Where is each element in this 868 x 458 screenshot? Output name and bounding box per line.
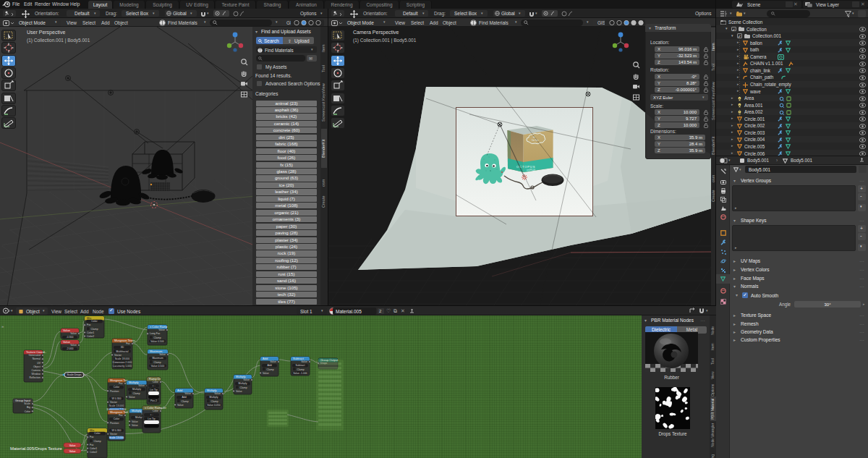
svg-text:Clamp: Clamp — [133, 392, 140, 395]
svg-text:-2.000: -2.000 — [67, 347, 74, 350]
svg-text:Subtract: Subtract — [295, 364, 305, 367]
svg-text:Scale 18.000: Scale 18.000 — [115, 357, 129, 360]
svg-text:Scale Drops: Scale Drops — [67, 373, 81, 376]
svg-text:Long Fac: Long Fac — [150, 332, 161, 335]
svg-text:Value: Value — [63, 328, 71, 332]
svg-text:Maximum: Maximum — [152, 357, 163, 360]
svg-text:W 0.300: W 0.300 — [111, 397, 121, 400]
svg-text:Value: Value — [236, 390, 242, 393]
svg-text:Multiply: Multiply — [210, 396, 218, 399]
svg-text:Material.005/Drops Texture: Material.005/Drops Texture — [10, 446, 63, 451]
svg-text:Dimension 2.000: Dimension 2.000 — [113, 361, 132, 364]
svg-text:Multiply: Multiply — [239, 382, 247, 385]
svg-text:Lacunarity 1.000: Lacunarity 1.000 — [113, 365, 132, 368]
svg-text:Value: Value — [132, 420, 138, 423]
svg-text:Pos 2: Pos 2 — [150, 399, 157, 402]
svg-text:Value 0.500: Value 0.500 — [151, 365, 164, 368]
svg-text:and PLUG: and PLUG — [527, 169, 535, 171]
svg-text:Color: Color — [153, 410, 159, 412]
svg-text:Scale: Scale — [24, 402, 30, 405]
svg-text:Value: Value — [129, 396, 135, 399]
svg-text:Value: Value — [184, 392, 191, 395]
svg-text:Fac: Fac — [126, 342, 130, 345]
svg-text:Value: Value — [69, 450, 76, 453]
svg-text:Add: Add — [263, 357, 268, 360]
svg-text:Camera: Camera — [32, 369, 41, 372]
svg-text:Reflection: Reflection — [29, 376, 41, 379]
svg-text:Value: Value — [301, 360, 307, 363]
svg-text:Clamp: Clamp — [91, 328, 98, 331]
svg-text:Value: Value — [63, 340, 71, 344]
svg-text:Color: Color — [91, 320, 98, 323]
svg-text:Position: Position — [110, 422, 119, 425]
svg-text:Color1: Color1 — [87, 331, 94, 334]
svg-text:Scale 13.000: Scale 13.000 — [109, 436, 124, 439]
svg-text:Clamp: Clamp — [94, 440, 101, 443]
svg-text:Color: Color — [25, 410, 31, 413]
svg-text:Clamp: Clamp — [182, 400, 189, 403]
svg-text:Mix: Mix — [90, 428, 94, 432]
svg-text:Add: Add — [267, 364, 271, 367]
svg-text:Vector: Vector — [114, 354, 122, 357]
svg-text:Color: Color — [114, 386, 120, 389]
svg-text:Clamp: Clamp — [154, 361, 161, 364]
svg-text:Multiply: Multiply — [129, 381, 139, 384]
svg-text:Value: Value — [70, 332, 77, 335]
svg-text:Clamp: Clamp — [267, 368, 274, 371]
svg-text:Vector: Vector — [110, 401, 118, 404]
svg-text:W 0.300: W 0.300 — [111, 429, 121, 432]
svg-text:Fac: Fac — [119, 382, 123, 385]
svg-text:Value: Value — [158, 328, 165, 331]
svg-text:Value: Value — [138, 384, 145, 387]
svg-text:-0.300: -0.300 — [67, 336, 74, 339]
svg-text:Lin Tip: Lin Tip — [148, 417, 155, 420]
svg-text:Value 0.500: Value 0.500 — [150, 340, 163, 343]
svg-text:Vector: Vector — [110, 433, 118, 436]
svg-text:Object: Object — [33, 365, 41, 368]
svg-text:Value: Value — [70, 344, 77, 347]
svg-text:Clamp: Clamp — [297, 368, 305, 371]
svg-text:Clamp: Clamp — [154, 336, 161, 339]
svg-text:Window: Window — [32, 373, 41, 376]
svg-text:Mix: Mix — [87, 316, 91, 320]
svg-text:Fac: Fac — [90, 436, 94, 438]
svg-text:Add: Add — [182, 396, 186, 399]
svg-text:Color2: Color2 — [87, 335, 94, 338]
svg-text:Fac: Fac — [119, 414, 123, 417]
svg-text:Value: Value — [159, 353, 166, 356]
svg-text:Fac: Fac — [87, 323, 91, 326]
svg-text:Value: Value — [214, 392, 221, 395]
svg-text:Multiply: Multiply — [132, 409, 142, 412]
svg-text:Value: Value — [270, 360, 276, 363]
svg-text:Value: Value — [263, 372, 269, 375]
svg-text:UV: UV — [37, 362, 41, 365]
svg-text:Color1: Color1 — [90, 447, 97, 450]
svg-text:Big: Big — [27, 406, 30, 409]
svg-text:Fac: Fac — [90, 444, 94, 446]
svg-text:Value: Value — [69, 444, 76, 447]
svg-text:Value: Value — [243, 378, 250, 381]
svg-text:Multifractal: Multifractal — [116, 350, 129, 353]
svg-text:Generated: Generated — [28, 354, 41, 357]
svg-text:Position: Position — [110, 390, 119, 393]
svg-text:Value: Value — [132, 424, 138, 427]
svg-text:Color: Color — [94, 432, 101, 435]
svg-text:3D: 3D — [121, 346, 124, 349]
svg-text:Value: Value — [177, 404, 184, 407]
svg-text:Color: Color — [153, 381, 159, 383]
svg-text:Add: Add — [177, 389, 182, 392]
svg-text:Multiply: Multiply — [132, 388, 141, 391]
svg-text:Color2: Color2 — [90, 451, 97, 454]
svg-text:Clamp: Clamp — [211, 400, 218, 403]
svg-text:Normal: Normal — [33, 357, 41, 360]
svg-text:Value -1.000: Value -1.000 — [293, 372, 307, 375]
svg-text:Color: Color — [114, 417, 120, 420]
svg-text:Lin Tip: Lin Tip — [150, 389, 157, 391]
svg-text:Scale 13.000: Scale 13.000 — [109, 404, 124, 407]
svg-text:Clamp: Clamp — [240, 386, 247, 389]
svg-text:Value 0.050: Value 0.050 — [207, 404, 220, 407]
